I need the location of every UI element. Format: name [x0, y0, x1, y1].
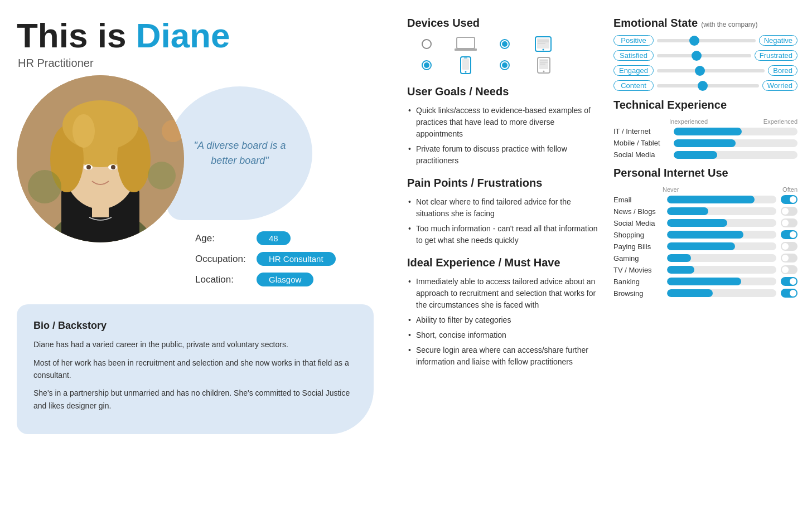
slider-thumb-3	[698, 81, 708, 91]
slider-track-0[interactable]	[657, 39, 756, 42]
internet-bar-toggle-1[interactable]	[781, 207, 798, 216]
internet-bar-toggle-0[interactable]	[781, 195, 798, 204]
device-radio-ereader[interactable]	[500, 60, 510, 70]
tech-bar-track-0	[674, 128, 798, 135]
laptop-icon	[455, 36, 477, 52]
internet-label-often: Often	[782, 186, 798, 193]
internet-bar-row-2: Social Media	[613, 218, 798, 227]
right-column: Emotional State (with the company) Posit…	[608, 17, 798, 514]
svg-rect-18	[455, 48, 477, 51]
internet-bar-toggle-7[interactable]	[781, 277, 798, 286]
age-row: Age: 48	[195, 231, 336, 245]
tech-bar-label-1: Mobile / Tablet	[613, 139, 669, 147]
info-tags: Age: 48 Occupation: HR Consultant Locati…	[195, 231, 336, 293]
internet-bar-fill-4	[667, 242, 735, 250]
internet-use-title: Personal Internet Use	[613, 167, 798, 179]
left-column: This is Diane HR Practitioner	[17, 17, 396, 514]
tech-bar-row-2: Social Media	[613, 150, 798, 159]
internet-bars: EmailNews / BlogsSocial MediaShoppingPay…	[613, 195, 798, 298]
internet-bar-row-4: Paying Bills	[613, 242, 798, 251]
occupation-value: HR Consultant	[257, 252, 336, 266]
internet-bar-row-0: Email	[613, 195, 798, 204]
svg-point-27	[465, 71, 467, 73]
internet-bar-label-1: News / Blogs	[613, 207, 663, 216]
device-radio-phone[interactable]	[422, 60, 432, 70]
technical-experience-section: Technical Experience Inexperienced Exper…	[613, 99, 798, 159]
tech-bar-label-0: IT / Internet	[613, 127, 669, 135]
svg-point-12	[111, 165, 115, 169]
title-area: This is Diane HR Practitioner	[17, 17, 396, 70]
ideal-experience-item-2: Ability to filter by categories	[407, 314, 602, 326]
internet-bar-toggle-5[interactable]	[781, 254, 798, 262]
quote-text: "A diverse board is a better board"	[181, 138, 298, 168]
middle-column: Devices Used	[396, 17, 608, 514]
slider-thumb-1	[692, 51, 702, 61]
slider-left-0: Positive	[613, 35, 654, 46]
tech-bar-fill-2	[674, 151, 717, 159]
internet-bar-fill-3	[667, 231, 743, 239]
bio-para-1: Diane has had a varied career in the pub…	[33, 338, 357, 351]
slider-left-1: Satisfied	[613, 50, 654, 61]
internet-label-never: Never	[663, 186, 679, 193]
bio-para-2: Most of her work has been in recruitment…	[33, 357, 357, 382]
slider-track-3[interactable]	[657, 84, 759, 88]
internet-bar-fill-5	[667, 254, 691, 262]
internet-bar-row-3: Shopping	[613, 230, 798, 239]
internet-bar-label-0: Email	[613, 196, 663, 204]
internet-bar-fill-7	[667, 278, 741, 285]
internet-bar-track-0	[667, 196, 776, 203]
avatar	[17, 75, 184, 242]
slider-right-2: Bored	[768, 65, 798, 76]
age-label: Age:	[195, 233, 257, 244]
device-radio-desktop[interactable]	[422, 39, 432, 49]
location-value: Glasgow	[257, 273, 313, 286]
slider-track-1[interactable]	[657, 54, 751, 57]
internet-bar-toggle-8[interactable]	[781, 289, 798, 298]
quote-bubble: "A diverse board is a better board"	[167, 86, 312, 220]
internet-bar-fill-6	[667, 266, 694, 274]
device-icon-phone-wrap	[446, 56, 485, 74]
internet-bar-row-5: Gaming	[613, 254, 798, 262]
tech-bar-track-1	[674, 139, 798, 147]
page-title: This is Diane	[17, 17, 396, 55]
pain-points-list: Not clear where to find tailored advice …	[407, 196, 602, 246]
device-radio-5	[407, 56, 446, 74]
device-radio-tablet[interactable]	[500, 39, 510, 49]
user-goals-item-2: Private forum to discuss practice with f…	[407, 143, 602, 167]
age-value: 48	[257, 231, 291, 245]
internet-bar-fill-0	[667, 196, 755, 203]
title-prefix: This is	[17, 16, 126, 55]
internet-bar-label-3: Shopping	[613, 231, 663, 239]
persona-name: Diane	[136, 16, 230, 55]
svg-rect-13	[92, 203, 109, 217]
location-row: Location: Glasgow	[195, 273, 336, 286]
internet-bar-toggle-3[interactable]	[781, 230, 798, 239]
internet-bar-row-6: TV / Movies	[613, 265, 798, 274]
device-radio-7	[485, 56, 524, 74]
occupation-label: Occupation:	[195, 254, 257, 265]
tech-header-row: Inexperienced Experienced	[613, 118, 798, 125]
svg-rect-26	[462, 59, 469, 70]
slider-track-2[interactable]	[657, 69, 765, 72]
ideal-experience-item-1: Immediately able to access tailored advi…	[407, 276, 602, 311]
slider-thumb-0	[689, 36, 699, 46]
ereader-icon	[537, 57, 550, 74]
svg-point-31	[543, 71, 545, 72]
internet-bar-toggle-4[interactable]	[781, 242, 798, 251]
pain-points-title: Pain Points / Frustrations	[407, 177, 602, 189]
ideal-experience-list: Immediately able to access tailored advi…	[407, 276, 602, 368]
tech-bar-row-0: IT / Internet	[613, 127, 798, 135]
internet-bar-toggle-6[interactable]	[781, 265, 798, 274]
svg-point-14	[28, 170, 61, 203]
tech-bar-row-1: Mobile / Tablet	[613, 139, 798, 147]
device-icon-laptop-wrap	[446, 36, 485, 52]
user-goals-list: Quick links/access to evidence-based exa…	[407, 105, 602, 167]
internet-bar-track-4	[667, 242, 776, 250]
phone-icon	[460, 56, 471, 74]
slider-row-1: SatisfiedFrustrated	[613, 50, 798, 61]
internet-header-row: Never Often	[613, 186, 798, 193]
ideal-experience-item-4: Secure login area where can access/share…	[407, 344, 602, 368]
internet-bar-toggle-2[interactable]	[781, 218, 798, 227]
slider-row-2: EngagedBored	[613, 65, 798, 76]
device-icon-tablet-wrap	[524, 36, 563, 52]
